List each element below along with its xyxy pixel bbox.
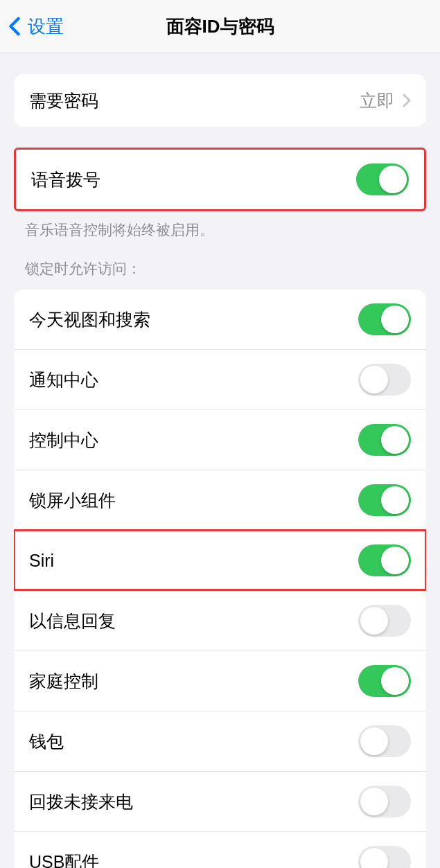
require-passcode-label: 需要密码 bbox=[29, 89, 98, 112]
navigation-bar: 设置 面容ID与密码 bbox=[0, 0, 440, 53]
toggle-knob bbox=[381, 305, 409, 333]
voice-dial-row: 语音拨号 bbox=[16, 150, 424, 209]
lock-access-row: 回拨未接来电 bbox=[14, 771, 426, 831]
toggle-knob bbox=[360, 607, 388, 635]
lock-access-item-label: 回拨未接来电 bbox=[29, 790, 133, 813]
lock-access-row: 以信息回复 bbox=[14, 590, 426, 650]
lock-access-toggle[interactable] bbox=[358, 424, 411, 456]
lock-access-row: Siri bbox=[14, 530, 426, 590]
lock-access-item-label: USB配件 bbox=[29, 851, 99, 868]
lock-access-row: 通知中心 bbox=[14, 349, 426, 409]
require-passcode-row[interactable]: 需要密码 立即 bbox=[14, 74, 426, 127]
lock-access-toggle[interactable] bbox=[358, 484, 411, 516]
lock-access-toggle[interactable] bbox=[358, 846, 411, 868]
lock-access-toggle[interactable] bbox=[358, 665, 411, 697]
lock-access-item-label: 以信息回复 bbox=[29, 610, 116, 632]
chevron-left-icon bbox=[8, 17, 21, 36]
lock-access-row: 今天视图和搜索 bbox=[14, 290, 426, 349]
lock-access-item-label: 今天视图和搜索 bbox=[29, 308, 150, 331]
content-area: 需要密码 立即 语音拨号 音乐语音控制将始终被启用。 锁定时允许访问： 今天视图… bbox=[0, 74, 440, 868]
row-right: 立即 bbox=[360, 89, 411, 112]
lock-access-toggle[interactable] bbox=[358, 725, 411, 757]
lock-access-header: 锁定时允许访问： bbox=[0, 240, 440, 285]
lock-access-item-label: 锁屏小组件 bbox=[29, 489, 116, 512]
toggle-knob bbox=[360, 366, 388, 393]
lock-access-toggle[interactable] bbox=[358, 544, 411, 576]
lock-access-item-label: Siri bbox=[29, 551, 54, 571]
lock-access-row: 家庭控制 bbox=[14, 650, 426, 711]
chevron-right-icon bbox=[403, 94, 411, 107]
lock-access-item-label: 通知中心 bbox=[29, 369, 98, 391]
toggle-knob bbox=[381, 547, 409, 574]
lock-access-toggle[interactable] bbox=[358, 303, 411, 335]
lock-access-group: 今天视图和搜索通知中心控制中心锁屏小组件Siri以信息回复家庭控制钱包回拨未接来… bbox=[14, 290, 426, 868]
lock-access-item-label: 控制中心 bbox=[29, 429, 98, 452]
back-label: 设置 bbox=[28, 15, 64, 39]
voice-dial-footer: 音乐语音控制将始终被启用。 bbox=[0, 211, 440, 240]
back-button[interactable]: 设置 bbox=[8, 15, 64, 39]
voice-dial-group: 语音拨号 bbox=[14, 148, 426, 211]
lock-access-toggle[interactable] bbox=[358, 786, 411, 817]
lock-access-row: USB配件 bbox=[14, 831, 426, 868]
lock-access-toggle[interactable] bbox=[358, 605, 411, 637]
lock-access-row: 锁屏小组件 bbox=[14, 470, 426, 530]
lock-access-toggle[interactable] bbox=[358, 364, 411, 396]
lock-access-item-label: 钱包 bbox=[29, 730, 64, 753]
toggle-knob bbox=[381, 667, 409, 695]
require-passcode-group: 需要密码 立即 bbox=[14, 74, 426, 127]
lock-access-row: 钱包 bbox=[14, 711, 426, 771]
toggle-knob bbox=[360, 727, 388, 755]
require-passcode-value: 立即 bbox=[360, 89, 394, 112]
lock-access-item-label: 家庭控制 bbox=[29, 670, 98, 693]
lock-access-row: 控制中心 bbox=[14, 409, 426, 470]
voice-dial-label: 语音拨号 bbox=[31, 168, 100, 191]
toggle-knob bbox=[381, 426, 409, 454]
page-title: 面容ID与密码 bbox=[166, 15, 274, 39]
toggle-knob bbox=[360, 788, 388, 815]
toggle-knob bbox=[381, 486, 409, 514]
voice-dial-toggle[interactable] bbox=[356, 163, 409, 195]
toggle-knob bbox=[360, 848, 388, 868]
toggle-knob bbox=[379, 166, 407, 193]
